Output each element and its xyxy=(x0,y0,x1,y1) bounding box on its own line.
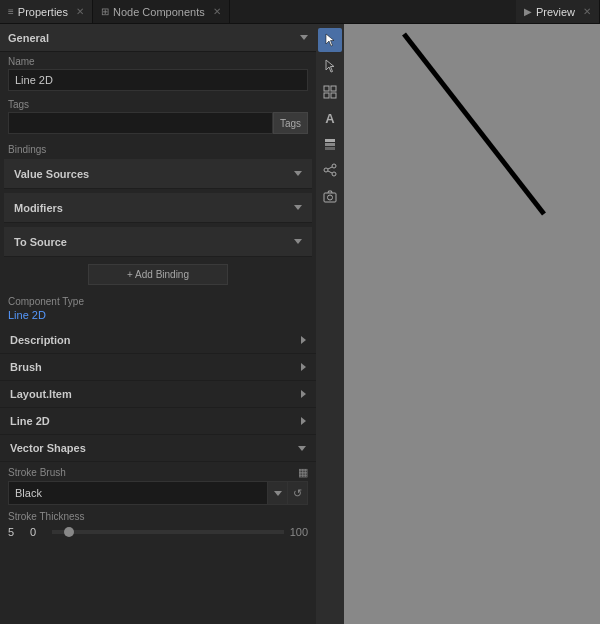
to-source-chevron-icon xyxy=(294,239,302,244)
to-source-accordion[interactable]: To Source xyxy=(4,227,312,257)
layout-item-label: Layout.Item xyxy=(10,388,72,400)
stroke-thickness-label: Stroke Thickness xyxy=(8,511,308,522)
description-chevron-icon xyxy=(301,336,306,344)
tags-field-row: Tags Tags xyxy=(0,95,316,138)
component-type-section: Component Type Line 2D xyxy=(0,290,316,327)
text-tool-button[interactable]: A xyxy=(318,106,342,130)
modifiers-accordion[interactable]: Modifiers xyxy=(4,193,312,223)
svg-rect-1 xyxy=(331,86,336,91)
layers-tool-icon xyxy=(323,137,337,151)
stroke-brush-header: Stroke Brush ▦ xyxy=(8,466,308,479)
tab-node-components[interactable]: ⊞ Node Components ✕ xyxy=(93,0,230,23)
select-tool-icon xyxy=(323,59,337,73)
tab-bar: ≡ Properties ✕ ⊞ Node Components ✕ ▶ Pre… xyxy=(0,0,600,24)
preview-tab-close[interactable]: ✕ xyxy=(583,6,591,17)
tags-label: Tags xyxy=(8,99,308,110)
svg-rect-5 xyxy=(325,143,335,146)
select-tool-button[interactable] xyxy=(318,54,342,78)
svg-line-14 xyxy=(404,34,544,214)
stroke-brush-value: Black xyxy=(9,487,267,499)
stroke-thickness-value: 5 xyxy=(8,526,24,538)
properties-tab-icon: ≡ xyxy=(8,6,14,17)
name-field-row: Name xyxy=(0,52,316,95)
share-tool-icon xyxy=(323,163,337,177)
stroke-thickness-handle[interactable] xyxy=(64,527,74,537)
stroke-reset-button[interactable]: ↺ xyxy=(287,482,307,504)
stroke-thickness-slider[interactable] xyxy=(52,530,284,534)
general-section-header[interactable]: General xyxy=(0,24,316,52)
stroke-value-row: Black ↺ xyxy=(8,481,308,505)
grid-tool-button[interactable] xyxy=(318,80,342,104)
svg-line-11 xyxy=(328,171,332,173)
name-label: Name xyxy=(8,56,308,67)
svg-rect-4 xyxy=(325,139,335,142)
tab-properties[interactable]: ≡ Properties ✕ xyxy=(0,0,93,23)
grid-tool-icon xyxy=(323,85,337,99)
brush-chevron-icon xyxy=(301,363,306,371)
node-components-tab-icon: ⊞ xyxy=(101,6,109,17)
preview-canvas[interactable] xyxy=(344,24,600,624)
svg-rect-12 xyxy=(324,193,336,202)
properties-panel: General Name Tags Tags Bindings Value So… xyxy=(0,24,316,624)
node-components-tab-label: Node Components xyxy=(113,6,205,18)
vector-shapes-label: Vector Shapes xyxy=(10,442,86,454)
svg-rect-2 xyxy=(324,93,329,98)
stroke-thickness-max: 100 xyxy=(290,526,308,538)
description-list-item[interactable]: Description xyxy=(0,327,316,354)
tags-input[interactable] xyxy=(8,112,273,134)
stroke-dropdown-chevron-icon xyxy=(274,491,282,496)
cursor-tool-icon xyxy=(323,33,337,47)
modifiers-label: Modifiers xyxy=(14,202,63,214)
preview-line-svg xyxy=(344,24,600,624)
properties-tab-label: Properties xyxy=(18,6,68,18)
layers-tool-button[interactable] xyxy=(318,132,342,156)
stroke-reset-icon: ↺ xyxy=(293,487,302,500)
name-input[interactable] xyxy=(8,69,308,91)
add-binding-container: + Add Binding xyxy=(0,259,316,290)
svg-line-10 xyxy=(328,167,332,169)
camera-tool-icon xyxy=(323,189,337,203)
layout-item-chevron-icon xyxy=(301,390,306,398)
node-components-tab-close[interactable]: ✕ xyxy=(213,6,221,17)
stroke-dropdown-button[interactable] xyxy=(267,482,287,504)
bindings-label: Bindings xyxy=(0,138,316,157)
value-sources-chevron-icon xyxy=(294,171,302,176)
description-label: Description xyxy=(10,334,71,346)
svg-rect-3 xyxy=(331,93,336,98)
stroke-thickness-min: 0 xyxy=(30,526,46,538)
cursor-tool-button[interactable] xyxy=(318,28,342,52)
line-2d-label: Line 2D xyxy=(10,415,50,427)
component-type-label: Component Type xyxy=(8,296,308,307)
modifiers-chevron-icon xyxy=(294,205,302,210)
svg-point-7 xyxy=(332,164,336,168)
layout-item-list-item[interactable]: Layout.Item xyxy=(0,381,316,408)
general-chevron-icon xyxy=(300,35,308,40)
brush-list-item[interactable]: Brush xyxy=(0,354,316,381)
preview-tab-label: Preview xyxy=(536,6,575,18)
tags-button[interactable]: Tags xyxy=(273,112,308,134)
brush-label: Brush xyxy=(10,361,42,373)
stroke-brush-section: Stroke Brush ▦ Black ↺ xyxy=(0,462,316,507)
value-sources-accordion[interactable]: Value Sources xyxy=(4,159,312,189)
to-source-label: To Source xyxy=(14,236,67,248)
camera-tool-button[interactable] xyxy=(318,184,342,208)
preview-tab-icon: ▶ xyxy=(524,6,532,17)
stroke-thickness-section: Stroke Thickness 5 0 100 xyxy=(0,507,316,542)
vector-shapes-list-item[interactable]: Vector Shapes xyxy=(0,435,316,462)
component-type-value: Line 2D xyxy=(8,309,308,321)
svg-point-8 xyxy=(324,168,328,172)
stroke-brush-label: Stroke Brush xyxy=(8,467,66,478)
preview-toolbar: A xyxy=(316,24,344,624)
general-label: General xyxy=(8,32,49,44)
tab-preview[interactable]: ▶ Preview ✕ xyxy=(516,0,600,23)
svg-point-13 xyxy=(328,195,333,200)
share-tool-button[interactable] xyxy=(318,158,342,182)
add-binding-button[interactable]: + Add Binding xyxy=(88,264,228,285)
properties-tab-close[interactable]: ✕ xyxy=(76,6,84,17)
preview-panel: A xyxy=(316,24,600,624)
vector-shapes-chevron-icon xyxy=(298,446,306,451)
svg-rect-0 xyxy=(324,86,329,91)
stroke-thickness-row: 5 0 100 xyxy=(8,526,308,538)
svg-rect-6 xyxy=(325,147,335,150)
line-2d-list-item[interactable]: Line 2D xyxy=(0,408,316,435)
